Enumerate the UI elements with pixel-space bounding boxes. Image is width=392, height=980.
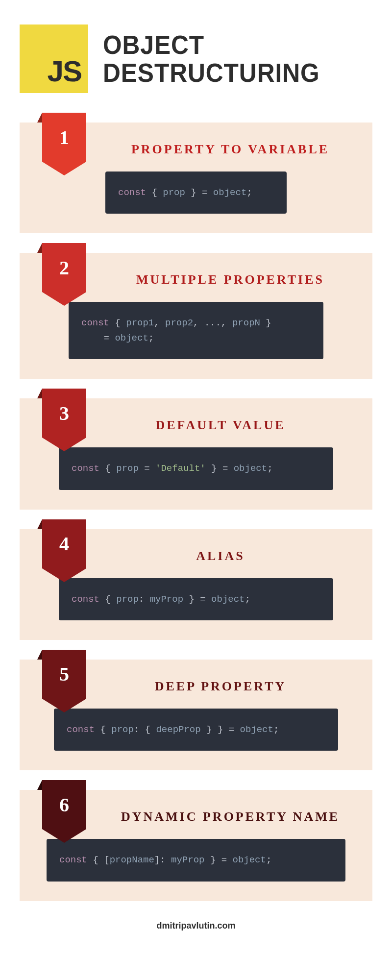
badge-number: 3 (42, 389, 86, 438)
badge-number: 6 (42, 780, 86, 829)
js-logo-icon: JS (20, 24, 88, 93)
code-block: const { prop1, prop2, ..., propN } = obj… (69, 302, 323, 359)
ribbon-badge-icon: 2 (42, 243, 86, 306)
section-alias: 4 ALIAS const { prop: myProp } = object; (20, 529, 372, 640)
section-title: DEFAULT VALUE (39, 398, 353, 447)
code-block: const { prop: { deepProp } } = object; (54, 709, 338, 751)
ribbon-badge-icon: 5 (42, 650, 86, 712)
badge-number: 1 (42, 113, 86, 162)
code-block: const { [propName]: myProp } = object; (47, 839, 345, 881)
section-title: PROPERTY TO VARIABLE (39, 122, 353, 172)
section-multiple-properties: 2 MULTIPLE PROPERTIES const { prop1, pro… (20, 253, 372, 379)
page-title: OBJECT DESTRUCTURING (103, 31, 320, 86)
code-block: const { prop } = object; (105, 172, 287, 214)
ribbon-badge-icon: 3 (42, 389, 86, 451)
badge-number: 5 (42, 650, 86, 699)
title-line-2: DESTRUCTURING (103, 59, 320, 87)
section-property-to-variable: 1 PROPERTY TO VARIABLE const { prop } = … (20, 122, 372, 233)
code-block: const { prop: myProp } = object; (59, 578, 333, 620)
section-default-value: 3 DEFAULT VALUE const { prop = 'Default'… (20, 398, 372, 509)
ribbon-badge-icon: 4 (42, 519, 86, 582)
page: JS OBJECT DESTRUCTURING 1 PROPERTY TO VA… (0, 0, 392, 946)
header: JS OBJECT DESTRUCTURING (20, 24, 372, 93)
section-title: ALIAS (39, 529, 353, 578)
js-logo-text: JS (48, 54, 81, 88)
section-title: DEEP PROPERTY (39, 660, 353, 709)
ribbon-badge-icon: 1 (42, 113, 86, 175)
section-deep-property: 5 DEEP PROPERTY const { prop: { deepProp… (20, 660, 372, 770)
badge-number: 2 (42, 243, 86, 292)
footer-credit: dmitripavlutin.com (20, 921, 372, 931)
section-title: MULTIPLE PROPERTIES (39, 253, 353, 302)
section-title: DYNAMIC PROPERTY NAME (39, 790, 353, 839)
badge-number: 4 (42, 519, 86, 568)
title-line-1: OBJECT (103, 31, 320, 59)
ribbon-badge-icon: 6 (42, 780, 86, 843)
code-block: const { prop = 'Default' } = object; (59, 447, 333, 490)
section-dynamic-property-name: 6 DYNAMIC PROPERTY NAME const { [propNam… (20, 790, 372, 901)
